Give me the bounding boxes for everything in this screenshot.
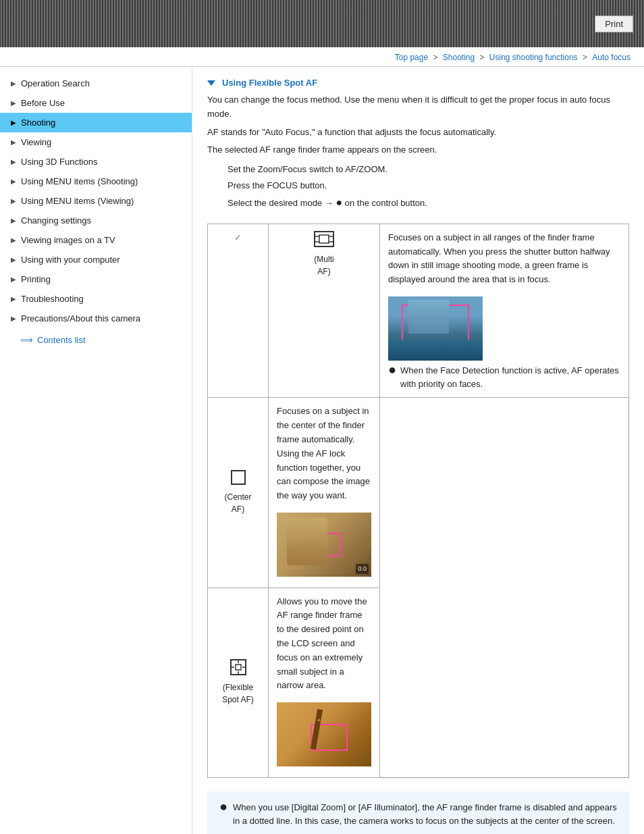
- sidebar-item-menu-viewing[interactable]: ▶ Using MENU items (Viewing): [0, 191, 192, 211]
- bullet-icon: ●: [388, 363, 396, 376]
- center-af-label: (CenterAF): [216, 491, 260, 515]
- multi-af-icon: [314, 231, 334, 247]
- step1: Set the Zoom/Focus switch to AF/ZOOM.: [207, 161, 629, 177]
- arrow-icon: ▶: [11, 256, 16, 263]
- step3-suffix: on the control button.: [345, 198, 427, 208]
- para3: The selected AF range finder frame appea…: [207, 143, 629, 157]
- arrow-icon: ▶: [11, 99, 16, 107]
- sidebar-item-label: Before Use: [21, 98, 65, 108]
- sidebar: ▶ Operation Search ▶ Before Use ▶ Shooti…: [0, 67, 192, 834]
- sidebar-item-operation-search[interactable]: ▶ Operation Search: [0, 74, 192, 93]
- breadcrumb-sep1: >: [433, 53, 439, 62]
- multi-af-bullet-text: When the Face Detection function is acti…: [400, 364, 620, 390]
- flex-af-image: [277, 702, 371, 766]
- step3-dot: ●: [336, 197, 342, 208]
- para2: AF stands for "Auto Focus," a function t…: [207, 126, 629, 140]
- step3-prefix: Select the desired mode: [227, 198, 322, 208]
- af-icon-cell-multi: (MultiAF): [269, 224, 380, 398]
- sidebar-item-label: Using 3D Functions: [21, 157, 97, 167]
- flex-spot-af-icon: [230, 659, 246, 675]
- breadcrumb-shooting[interactable]: Shooting: [443, 53, 475, 62]
- af-desc-cell-center: Focuses on a subject in the center of th…: [269, 398, 380, 588]
- multi-af-label: (MultiAF): [277, 253, 371, 278]
- triangle-down-icon: [207, 80, 215, 86]
- contents-list-link[interactable]: ⟹ Contents list: [0, 328, 192, 352]
- sidebar-item-label: Using MENU items (Viewing): [21, 196, 134, 206]
- arrow-icon: ▶: [11, 138, 16, 146]
- note-bullet-icon: ●: [219, 800, 227, 813]
- sidebar-item-label: Using with your computer: [21, 255, 120, 265]
- sidebar-item-label: Viewing images on a TV: [21, 235, 115, 245]
- sidebar-item-label: Using MENU items (Shooting): [21, 176, 138, 186]
- step3: Select the desired mode → ● on the contr…: [207, 193, 629, 213]
- step2: Press the FOCUS button.: [207, 178, 629, 193]
- note-bullet: ● When you use [Digital Zoom] or [AF Ill…: [219, 801, 617, 829]
- sidebar-item-viewing[interactable]: ▶ Viewing: [0, 132, 192, 152]
- center-af-icon: [231, 470, 246, 485]
- af-icon-cell-center: (CenterAF): [208, 398, 269, 588]
- check-cell: ✓: [208, 224, 269, 398]
- breadcrumb-top[interactable]: Top page: [395, 53, 428, 62]
- arrow-icon: ▶: [11, 236, 16, 244]
- arrow-icon: ▶: [11, 197, 16, 205]
- breadcrumb-using-shooting[interactable]: Using shooting functions: [489, 53, 578, 62]
- sidebar-item-menu-shooting[interactable]: ▶ Using MENU items (Shooting): [0, 172, 192, 191]
- sidebar-item-label: Precautions/About this camera: [21, 313, 140, 323]
- main-layout: ▶ Operation Search ▶ Before Use ▶ Shooti…: [0, 67, 644, 834]
- sidebar-item-label: Viewing: [21, 137, 51, 147]
- sidebar-item-viewing-tv[interactable]: ▶ Viewing images on a TV: [0, 230, 192, 250]
- arrow-icon: ▶: [11, 119, 16, 126]
- note-bullet-text: When you use [Digital Zoom] or [AF Illum…: [233, 801, 617, 829]
- center-af-image: 0.0: [277, 513, 371, 577]
- sidebar-item-label: Shooting: [21, 118, 55, 128]
- section-title: Using Flexible Spot AF: [207, 78, 629, 88]
- sidebar-item-troubleshooting[interactable]: ▶ Troubleshooting: [0, 289, 192, 309]
- af-desc-cell-multi: Focuses on a subject in all ranges of th…: [380, 224, 629, 398]
- sidebar-item-label: Printing: [21, 274, 51, 284]
- center-af-desc-main: Focuses on a subject in the center of th…: [277, 405, 371, 503]
- arrow-icon: ▶: [11, 80, 16, 87]
- sidebar-item-3d-functions[interactable]: ▶ Using 3D Functions: [0, 152, 192, 172]
- section-title-text: Using Flexible Spot AF: [222, 78, 317, 88]
- breadcrumb-auto-focus[interactable]: Auto focus: [592, 53, 630, 62]
- sidebar-item-using-computer[interactable]: ▶ Using with your computer: [0, 250, 192, 269]
- svg-rect-8: [236, 664, 241, 670]
- breadcrumb-sep3: >: [583, 53, 589, 62]
- multi-af-image: [388, 296, 483, 361]
- table-row: (CenterAF) Focuses on a subject in the c…: [208, 398, 629, 588]
- flex-spot-af-label: (FlexibleSpot AF): [216, 681, 260, 706]
- sidebar-item-printing[interactable]: ▶ Printing: [0, 269, 192, 289]
- sidebar-item-precautions[interactable]: ▶ Precautions/About this camera: [0, 309, 192, 328]
- af-desc-cell-flex: Allows you to move the AF range finder f…: [269, 588, 380, 777]
- arrow-right-icon: ⟹: [20, 335, 33, 345]
- svg-rect-0: [315, 232, 333, 246]
- arrow-icon: ▶: [11, 315, 16, 322]
- multi-af-bullet: ● When the Face Detection function is ac…: [388, 364, 620, 390]
- table-row: ✓ (MultiAF) Focuses on a subject in all …: [208, 224, 629, 398]
- sidebar-item-changing-settings[interactable]: ▶ Changing settings: [0, 211, 192, 230]
- arrow-icon: ▶: [11, 178, 16, 185]
- breadcrumb: Top page > Shooting > Using shooting fun…: [0, 47, 644, 67]
- note-box: ● When you use [Digital Zoom] or [AF Ill…: [207, 791, 629, 834]
- arrow-icon: ▶: [11, 295, 16, 303]
- flex-af-desc-main: Allows you to move the AF range finder f…: [277, 595, 371, 694]
- sidebar-item-label: Changing settings: [21, 215, 91, 226]
- breadcrumb-sep2: >: [480, 53, 487, 62]
- table-row: (FlexibleSpot AF) Allows you to move the…: [208, 588, 629, 777]
- contents-list-label: Contents list: [37, 335, 86, 345]
- svg-rect-1: [319, 235, 329, 243]
- svg-rect-6: [232, 471, 245, 484]
- print-button[interactable]: Print: [595, 16, 633, 32]
- arrow-icon: ▶: [11, 158, 16, 165]
- sidebar-item-label: Troubleshooting: [21, 294, 84, 304]
- af-icon-cell-flex: (FlexibleSpot AF): [208, 588, 269, 777]
- multi-af-desc-main: Focuses on a subject in all ranges of th…: [388, 231, 620, 287]
- sidebar-item-label: Operation Search: [21, 78, 90, 88]
- sidebar-item-before-use[interactable]: ▶ Before Use: [0, 93, 192, 113]
- para1: You can change the focus method. Use the…: [207, 93, 629, 122]
- step3-arrow: →: [325, 198, 336, 208]
- sidebar-item-shooting[interactable]: ▶ Shooting: [0, 113, 192, 132]
- content-area: Using Flexible Spot AF You can change th…: [192, 67, 644, 834]
- af-table: ✓ (MultiAF) Focuses on a subject in all …: [207, 224, 629, 778]
- arrow-icon: ▶: [11, 217, 16, 224]
